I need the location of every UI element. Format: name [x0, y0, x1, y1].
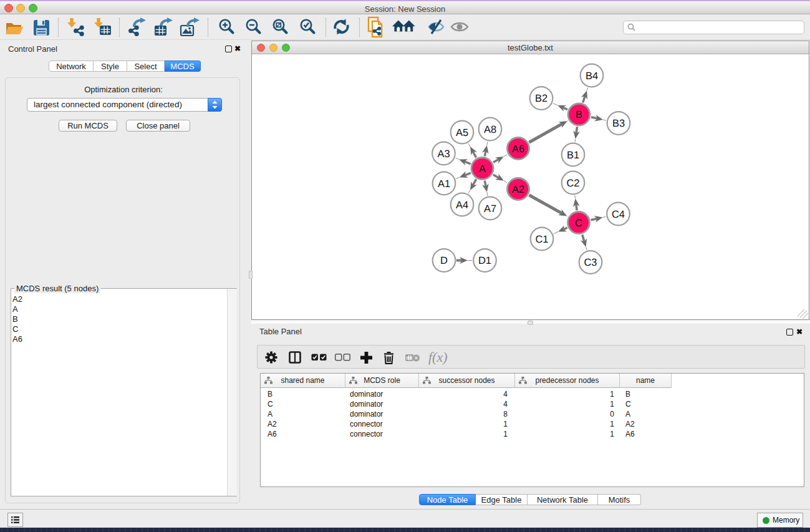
svg-text:A7: A7 — [484, 203, 496, 215]
svg-text:D1: D1 — [478, 255, 491, 266]
svg-text:A2: A2 — [512, 184, 524, 195]
svg-text:f(x): f(x) — [428, 349, 448, 365]
svg-text:C4: C4 — [612, 209, 625, 220]
svg-text:B: B — [576, 109, 582, 120]
svg-text:B3: B3 — [612, 118, 625, 129]
svg-text:C1: C1 — [535, 234, 548, 245]
svg-text:C: C — [575, 218, 582, 229]
svg-text:D: D — [440, 255, 448, 266]
svg-text:B1: B1 — [567, 150, 579, 161]
svg-text:C3: C3 — [584, 257, 597, 268]
svg-text:A4: A4 — [456, 200, 468, 211]
svg-text:B2: B2 — [535, 93, 547, 104]
svg-text:C2: C2 — [566, 178, 579, 189]
svg-text:A5: A5 — [456, 127, 468, 138]
svg-text:B4: B4 — [586, 70, 598, 82]
svg-text:A8: A8 — [484, 124, 496, 135]
svg-text:A3: A3 — [437, 148, 450, 160]
svg-text:A6: A6 — [512, 143, 524, 155]
svg-text:A1: A1 — [438, 178, 450, 190]
svg-text:A: A — [479, 163, 486, 175]
